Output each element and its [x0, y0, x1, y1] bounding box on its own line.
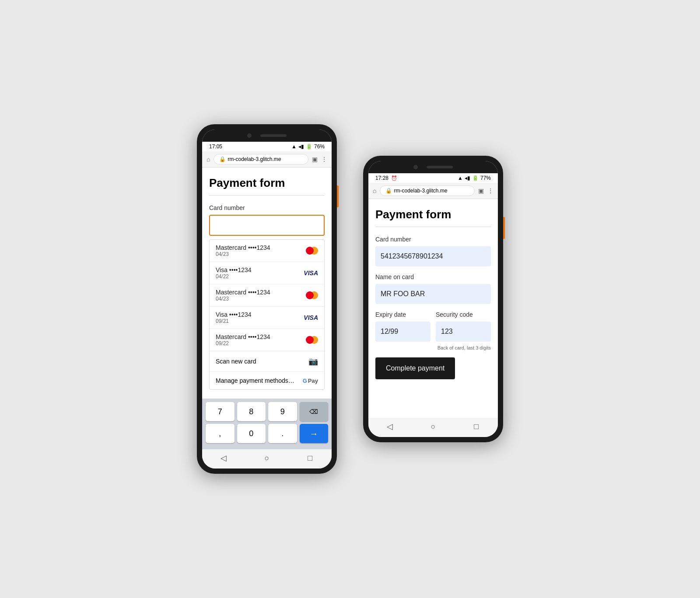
menu-icon[interactable]: ⋮	[487, 187, 494, 194]
mastercard-icon	[306, 336, 318, 344]
nav-recents-icon[interactable]: □	[304, 454, 317, 462]
suggestion-item[interactable]: Mastercard ••••1234 09/22	[210, 329, 324, 351]
page-title: Payment form	[375, 208, 491, 221]
status-icons: ▲ ◂▮ 🔋 77%	[458, 175, 491, 181]
phone-top-bar	[202, 129, 332, 142]
suggestion-item[interactable]: Visa ••••1234 09/21 VISA	[210, 307, 324, 329]
key-comma[interactable]: ,	[206, 424, 234, 443]
key-9[interactable]: 9	[268, 402, 297, 421]
nav-home-icon[interactable]: ○	[427, 422, 440, 431]
mastercard-icon	[306, 291, 318, 299]
scan-card-row[interactable]: Scan new card 📷	[210, 351, 324, 372]
keyboard-row-2: , 0 . →	[206, 424, 328, 443]
status-time: 17:28	[375, 175, 388, 181]
keyboard-area: 7 8 9 ⌫ , 0 . →	[202, 399, 332, 449]
mastercard-icon	[306, 247, 318, 255]
tab-icon[interactable]: ▣	[478, 187, 484, 194]
suggestion-name: Mastercard ••••1234	[216, 333, 270, 340]
suggestion-expiry: 04/22	[216, 273, 252, 280]
browser-bar: ⌂ 🔒 rm-codelab-3.glitch.me ▣ ⋮	[368, 183, 498, 199]
suggestion-expiry: 04/23	[216, 251, 270, 257]
page-title: Payment form	[209, 176, 325, 190]
key-next[interactable]: →	[300, 424, 329, 443]
visa-icon: VISA	[304, 314, 318, 321]
browser-bar: ⌂ 🔒 rm-codelab-3.glitch.me ▣ ⋮	[202, 151, 332, 168]
suggestion-info: Visa ••••1234 09/21	[216, 311, 252, 324]
left-phone: 17:05 ▲ ◂▮ 🔋 76% ⌂ 🔒 rm-codelab-3.glitch…	[197, 124, 337, 474]
complete-payment-button[interactable]: Complete payment	[375, 357, 455, 379]
key-0[interactable]: 0	[237, 424, 266, 443]
status-time: 17:05	[209, 143, 222, 150]
suggestion-name: Mastercard ••••1234	[216, 289, 270, 296]
battery-icon: 🔋	[306, 143, 312, 150]
suggestion-expiry: 09/21	[216, 318, 252, 324]
nav-back-icon[interactable]: ◁	[383, 422, 396, 431]
alarm-icon: ⏰	[391, 175, 397, 181]
expiry-col: Expiry date	[375, 311, 430, 343]
suggestion-expiry: 04/23	[216, 296, 270, 302]
home-icon[interactable]: ⌂	[206, 156, 210, 163]
security-col: Security code	[436, 311, 491, 343]
suggestion-info: Mastercard ••••1234 04/23	[216, 289, 270, 302]
suggestion-list: Mastercard ••••1234 04/23 Visa ••••1234 …	[209, 239, 325, 390]
mc-circle-left	[306, 336, 314, 344]
nav-home-icon[interactable]: ○	[260, 454, 273, 462]
key-7[interactable]: 7	[206, 402, 234, 421]
suggestion-info: Mastercard ••••1234 04/23	[216, 244, 270, 257]
lock-icon: 🔒	[385, 188, 392, 194]
home-icon[interactable]: ⌂	[373, 187, 376, 194]
scan-card-label: Scan new card	[216, 358, 256, 365]
status-bar: 17:28 ⏰ ▲ ◂▮ 🔋 77%	[368, 173, 498, 183]
suggestion-item[interactable]: Mastercard ••••1234 04/23	[210, 240, 324, 262]
tab-icon[interactable]: ▣	[312, 156, 318, 163]
visa-icon: VISA	[304, 269, 318, 276]
key-backspace[interactable]: ⌫	[300, 402, 329, 421]
suggestion-info: Visa ••••1234 04/22	[216, 266, 252, 280]
expiry-input[interactable]	[375, 322, 430, 342]
front-camera	[247, 133, 252, 138]
right-phone: 17:28 ⏰ ▲ ◂▮ 🔋 77% ⌂ 🔒 rm-codelab-3.glit…	[363, 156, 503, 442]
nav-back-icon[interactable]: ◁	[217, 454, 230, 462]
name-label: Name on card	[375, 273, 491, 280]
card-number-label: Card number	[375, 236, 491, 243]
security-label: Security code	[436, 311, 491, 318]
status-icons: ▲ ◂▮ 🔋 76%	[291, 143, 325, 150]
two-col-row: Expiry date Security code	[375, 311, 491, 343]
card-number-input[interactable]	[375, 246, 491, 266]
suggestion-item[interactable]: Visa ••••1234 04/22 VISA	[210, 262, 324, 284]
speaker	[260, 134, 287, 137]
signal-icon: ◂▮	[298, 143, 304, 150]
gpay-text: Pay	[308, 378, 318, 384]
menu-icon[interactable]: ⋮	[321, 156, 327, 163]
signal-icon: ◂▮	[465, 175, 470, 181]
keyboard-row-1: 7 8 9 ⌫	[206, 402, 328, 421]
key-period[interactable]: .	[268, 424, 297, 443]
suggestion-item[interactable]: Mastercard ••••1234 04/23	[210, 284, 324, 307]
security-hint: Back of card, last 3 digits	[375, 345, 491, 350]
manage-label: Manage payment methods…	[216, 377, 294, 384]
nav-recents-icon[interactable]: □	[470, 422, 483, 431]
url-text: rm-codelab-3.glitch.me	[228, 156, 281, 162]
address-bar[interactable]: 🔒 rm-codelab-3.glitch.me	[380, 185, 475, 196]
manage-payment-row[interactable]: Manage payment methods… G Pay	[210, 372, 324, 389]
front-camera	[413, 165, 418, 169]
address-bar[interactable]: 🔒 rm-codelab-3.glitch.me	[214, 154, 308, 164]
mc-circle-left	[306, 247, 314, 255]
lock-icon: 🔒	[219, 156, 226, 162]
name-on-card-input[interactable]	[375, 284, 491, 304]
security-code-input[interactable]	[436, 322, 491, 342]
mc-circle-left	[306, 291, 314, 299]
gpay-badge: G Pay	[303, 378, 318, 384]
status-bar: 17:05 ▲ ◂▮ 🔋 76%	[202, 142, 332, 151]
card-number-label: Card number	[209, 204, 325, 211]
wifi-icon: ▲	[458, 175, 463, 181]
url-text: rm-codelab-3.glitch.me	[394, 188, 447, 194]
key-8[interactable]: 8	[237, 402, 266, 421]
card-number-input[interactable]	[209, 215, 325, 236]
bottom-nav: ◁ ○ □	[202, 449, 332, 469]
suggestion-info: Mastercard ••••1234 09/22	[216, 333, 270, 346]
wifi-icon: ▲	[291, 143, 297, 150]
battery-level: 77%	[480, 175, 491, 181]
phone-top-bar	[368, 161, 498, 173]
speaker	[427, 166, 453, 168]
